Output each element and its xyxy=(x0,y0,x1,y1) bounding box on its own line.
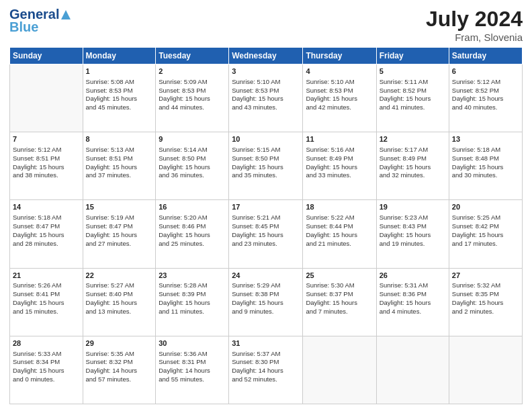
page: General Blue July 2024 Fram, Slovenia Su… xyxy=(0,0,532,411)
day-info: Sunrise: 5:08 AMSunset: 8:53 PMDaylight:… xyxy=(86,78,153,112)
calendar-day-cell: 22Sunrise: 5:27 AMSunset: 8:40 PMDayligh… xyxy=(83,268,156,336)
day-info: Sunrise: 5:23 AMSunset: 8:43 PMDaylight:… xyxy=(380,214,446,248)
calendar-day-cell xyxy=(10,64,83,132)
col-thursday: Thursday xyxy=(303,48,376,64)
calendar-day-cell: 8Sunrise: 5:13 AMSunset: 8:51 PMDaylight… xyxy=(83,132,156,200)
day-info: Sunrise: 5:29 AMSunset: 8:38 PMDaylight:… xyxy=(232,281,300,316)
day-number: 31 xyxy=(232,338,300,349)
day-number: 20 xyxy=(452,202,519,212)
col-friday: Friday xyxy=(376,48,449,64)
title-block: July 2024 Fram, Slovenia xyxy=(426,7,523,43)
day-info: Sunrise: 5:13 AMSunset: 8:51 PMDaylight:… xyxy=(86,146,153,180)
calendar-day-cell xyxy=(303,336,376,404)
day-info: Sunrise: 5:12 AMSunset: 8:52 PMDaylight:… xyxy=(452,78,519,112)
calendar-day-cell: 2Sunrise: 5:09 AMSunset: 8:53 PMDaylight… xyxy=(156,64,229,132)
day-number: 14 xyxy=(13,202,80,212)
calendar-week-row: 1Sunrise: 5:08 AMSunset: 8:53 PMDaylight… xyxy=(10,64,523,132)
day-info: Sunrise: 5:22 AMSunset: 8:44 PMDaylight:… xyxy=(306,214,373,248)
day-info: Sunrise: 5:27 AMSunset: 8:40 PMDaylight:… xyxy=(86,281,153,316)
day-info: Sunrise: 5:18 AMSunset: 8:48 PMDaylight:… xyxy=(452,146,519,180)
day-number: 17 xyxy=(232,202,300,212)
col-saturday: Saturday xyxy=(449,48,522,64)
day-number: 16 xyxy=(159,202,226,212)
day-number: 21 xyxy=(13,271,80,281)
day-info: Sunrise: 5:18 AMSunset: 8:47 PMDaylight:… xyxy=(13,214,80,248)
day-number: 5 xyxy=(380,66,446,77)
day-info: Sunrise: 5:32 AMSunset: 8:35 PMDaylight:… xyxy=(452,281,519,316)
day-number: 22 xyxy=(86,271,153,281)
day-info: Sunrise: 5:28 AMSunset: 8:39 PMDaylight:… xyxy=(159,281,226,316)
calendar-week-row: 28Sunrise: 5:33 AMSunset: 8:34 PMDayligh… xyxy=(10,336,523,404)
calendar-table: Sunday Monday Tuesday Wednesday Thursday… xyxy=(9,47,523,404)
calendar-subtitle: Fram, Slovenia xyxy=(426,32,523,43)
day-info: Sunrise: 5:31 AMSunset: 8:36 PMDaylight:… xyxy=(380,281,446,316)
day-number: 11 xyxy=(306,134,373,144)
day-info: Sunrise: 5:14 AMSunset: 8:50 PMDaylight:… xyxy=(159,146,226,180)
calendar-day-cell: 29Sunrise: 5:35 AMSunset: 8:32 PMDayligh… xyxy=(83,336,156,404)
col-tuesday: Tuesday xyxy=(156,48,229,64)
day-number: 26 xyxy=(380,271,446,281)
day-info: Sunrise: 5:10 AMSunset: 8:53 PMDaylight:… xyxy=(306,78,373,112)
day-number: 23 xyxy=(159,271,226,281)
col-sunday: Sunday xyxy=(10,48,83,64)
calendar-day-cell: 16Sunrise: 5:20 AMSunset: 8:46 PMDayligh… xyxy=(156,200,229,268)
calendar-day-cell: 24Sunrise: 5:29 AMSunset: 8:38 PMDayligh… xyxy=(229,268,303,336)
calendar-day-cell: 15Sunrise: 5:19 AMSunset: 8:47 PMDayligh… xyxy=(83,200,156,268)
calendar-day-cell: 25Sunrise: 5:30 AMSunset: 8:37 PMDayligh… xyxy=(303,268,376,336)
calendar-day-cell: 31Sunrise: 5:37 AMSunset: 8:30 PMDayligh… xyxy=(229,336,303,404)
day-number: 18 xyxy=(306,202,373,212)
calendar-day-cell: 17Sunrise: 5:21 AMSunset: 8:45 PMDayligh… xyxy=(229,200,303,268)
day-info: Sunrise: 5:30 AMSunset: 8:37 PMDaylight:… xyxy=(306,281,373,316)
calendar-day-cell: 10Sunrise: 5:15 AMSunset: 8:50 PMDayligh… xyxy=(229,132,303,200)
calendar-day-cell: 4Sunrise: 5:10 AMSunset: 8:53 PMDaylight… xyxy=(303,64,376,132)
day-info: Sunrise: 5:37 AMSunset: 8:30 PMDaylight:… xyxy=(232,350,300,384)
calendar-week-row: 14Sunrise: 5:18 AMSunset: 8:47 PMDayligh… xyxy=(10,200,523,268)
calendar-day-cell: 6Sunrise: 5:12 AMSunset: 8:52 PMDaylight… xyxy=(449,64,522,132)
day-number: 25 xyxy=(306,271,373,281)
logo: General Blue xyxy=(9,7,72,35)
day-info: Sunrise: 5:33 AMSunset: 8:34 PMDaylight:… xyxy=(13,350,80,384)
col-wednesday: Wednesday xyxy=(229,48,303,64)
calendar-week-row: 7Sunrise: 5:12 AMSunset: 8:51 PMDaylight… xyxy=(10,132,523,200)
calendar-day-cell: 26Sunrise: 5:31 AMSunset: 8:36 PMDayligh… xyxy=(376,268,449,336)
calendar-day-cell: 12Sunrise: 5:17 AMSunset: 8:49 PMDayligh… xyxy=(376,132,449,200)
day-info: Sunrise: 5:16 AMSunset: 8:49 PMDaylight:… xyxy=(306,146,373,180)
calendar-day-cell: 27Sunrise: 5:32 AMSunset: 8:35 PMDayligh… xyxy=(449,268,522,336)
day-info: Sunrise: 5:35 AMSunset: 8:32 PMDaylight:… xyxy=(86,350,153,384)
day-number: 9 xyxy=(159,134,226,144)
calendar-day-cell: 23Sunrise: 5:28 AMSunset: 8:39 PMDayligh… xyxy=(156,268,229,336)
calendar-day-cell: 21Sunrise: 5:26 AMSunset: 8:41 PMDayligh… xyxy=(10,268,83,336)
logo-blue: Blue xyxy=(9,19,38,35)
day-info: Sunrise: 5:20 AMSunset: 8:46 PMDaylight:… xyxy=(159,214,226,248)
day-number: 27 xyxy=(452,271,519,281)
day-number: 15 xyxy=(86,202,153,212)
day-info: Sunrise: 5:10 AMSunset: 8:53 PMDaylight:… xyxy=(232,78,300,112)
header: General Blue July 2024 Fram, Slovenia xyxy=(9,7,523,43)
day-info: Sunrise: 5:17 AMSunset: 8:49 PMDaylight:… xyxy=(380,146,446,180)
day-info: Sunrise: 5:09 AMSunset: 8:53 PMDaylight:… xyxy=(159,78,226,112)
calendar-week-row: 21Sunrise: 5:26 AMSunset: 8:41 PMDayligh… xyxy=(10,268,523,336)
logo-icon xyxy=(60,9,72,21)
day-info: Sunrise: 5:19 AMSunset: 8:47 PMDaylight:… xyxy=(86,214,153,248)
calendar-day-cell: 11Sunrise: 5:16 AMSunset: 8:49 PMDayligh… xyxy=(303,132,376,200)
day-number: 29 xyxy=(86,338,153,349)
calendar-day-cell: 19Sunrise: 5:23 AMSunset: 8:43 PMDayligh… xyxy=(376,200,449,268)
day-number: 3 xyxy=(232,66,300,77)
calendar-day-cell: 5Sunrise: 5:11 AMSunset: 8:52 PMDaylight… xyxy=(376,64,449,132)
day-number: 12 xyxy=(380,134,446,144)
calendar-title: July 2024 xyxy=(426,7,523,32)
day-info: Sunrise: 5:25 AMSunset: 8:42 PMDaylight:… xyxy=(452,214,519,248)
calendar-day-cell: 7Sunrise: 5:12 AMSunset: 8:51 PMDaylight… xyxy=(10,132,83,200)
col-monday: Monday xyxy=(83,48,156,64)
calendar-day-cell xyxy=(449,336,522,404)
calendar-day-cell: 14Sunrise: 5:18 AMSunset: 8:47 PMDayligh… xyxy=(10,200,83,268)
day-number: 10 xyxy=(232,134,300,144)
svg-marker-0 xyxy=(61,10,71,19)
day-number: 7 xyxy=(13,134,80,144)
calendar-day-cell: 9Sunrise: 5:14 AMSunset: 8:50 PMDaylight… xyxy=(156,132,229,200)
day-number: 1 xyxy=(86,66,153,77)
day-info: Sunrise: 5:26 AMSunset: 8:41 PMDaylight:… xyxy=(13,281,80,316)
calendar-day-cell: 18Sunrise: 5:22 AMSunset: 8:44 PMDayligh… xyxy=(303,200,376,268)
day-number: 28 xyxy=(13,338,80,349)
day-info: Sunrise: 5:15 AMSunset: 8:50 PMDaylight:… xyxy=(232,146,300,180)
